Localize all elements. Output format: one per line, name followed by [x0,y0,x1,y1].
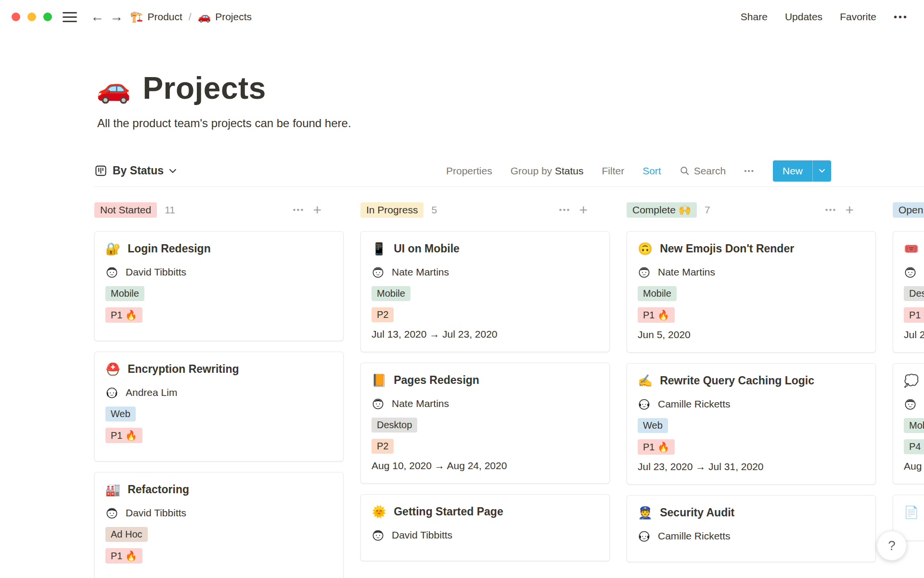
person-name: Nate Martins [392,398,449,409]
avatar [904,397,917,410]
card-rewrite-query-caching-logic[interactable]: ✍️Rewrite Query Caching Logic Camille Ri… [627,363,876,485]
card-title: New Emojis Don't Render [660,242,794,255]
zoom-window-button[interactable] [43,13,52,21]
page-subtitle[interactable]: All the product team's projects can be f… [97,117,924,130]
avatar [372,397,385,410]
status-badge[interactable]: Complete 🙌 [627,202,697,218]
kanban-board: Not Started 11 ••• + 🔐Login Redesign Dav… [94,201,924,578]
column-more-icon[interactable]: ••• [559,205,571,215]
column-complete: Complete 🙌 7 ••• + 🙃New Emojis Don't Ren… [627,201,876,578]
group-by-button[interactable]: Group by Status [511,165,584,177]
traffic-lights [12,13,52,21]
card-date: Jul 23, 2020 → Jul 31, 2020 [638,461,865,473]
card-title: Login Redesign [128,242,211,255]
card-getting-started-page[interactable]: 🌞Getting Started Page David Tibbitts [360,494,610,561]
card-encryption-rewriting[interactable]: ⛑️Encryption Rewriting Andrea Lim Web P1… [94,352,344,461]
minimize-window-button[interactable] [27,13,36,21]
new-button-chevron[interactable] [813,160,831,182]
person-name: Camille Ricketts [658,398,731,410]
card-title: Rewrite Query Caching Logic [660,374,814,387]
card-date: Aug 3 [904,460,924,472]
upside-down-face-emoji-icon: 🙃 [638,243,653,255]
topbar-actions: Share Updates Favorite ••• [741,11,908,23]
person-name: David Tibbitts [392,529,452,541]
favorite-button[interactable]: Favorite [840,11,876,23]
avatar [372,265,385,278]
card-clipped-1[interactable]: 🎟️P N Des P1 🔥 Jul 2 [893,231,924,353]
avatar [638,397,651,410]
new-button[interactable]: New [773,160,831,182]
helmet-emoji-icon: ⛑️ [105,363,120,375]
card-date: Jun 5, 2020 [638,329,865,341]
sort-button[interactable]: Sort [642,165,661,177]
priority-tag: P1 🔥 [638,307,675,323]
page-title[interactable]: Projects [142,70,266,106]
card-ui-on-mobile[interactable]: 📱UI on Mobile Nate Martins Mobile P2 Jul… [360,231,610,352]
card-title: Refactoring [128,483,189,496]
column-open: Open ••• + 🎟️P N Des P1 🔥 Jul 2 💭C S Mob… [893,201,924,578]
column-more-icon[interactable]: ••• [293,205,305,215]
card-pages-redesign[interactable]: 📙Pages Redesign Nate Martins Desktop P2 … [360,363,610,484]
more-options-icon[interactable]: ••• [894,12,908,23]
card-security-audit[interactable]: 👮Security Audit Camille Ricketts [627,495,876,562]
card-refactoring[interactable]: 🏭Refactoring David Tibbitts Ad Hoc P1 🔥 [94,472,344,578]
column-not-started: Not Started 11 ••• + 🔐Login Redesign Dav… [94,201,344,578]
share-button[interactable]: Share [741,11,768,23]
breadcrumb-item-projects[interactable]: 🚗 Projects [198,11,252,23]
column-more-icon[interactable]: ••• [825,205,837,215]
view-toolbar: By Status Properties Group by Status Fil… [94,165,924,187]
avatar [105,506,118,519]
page-emoji-icon[interactable]: 🚗 [96,74,131,102]
group-by-prefix: Group by [511,165,555,176]
column-add-icon[interactable]: + [845,203,854,217]
avatar [904,265,917,278]
view-switcher[interactable]: By Status [94,164,177,177]
window-titlebar: ← → 🏗️ Product / 🚗 Projects Share Update… [0,0,924,34]
status-badge[interactable]: Open [893,202,924,218]
person-name: Nate Martins [658,266,715,278]
card-date: Jul 2 [904,329,924,341]
search-button[interactable]: Search [680,165,726,177]
column-add-icon[interactable]: + [313,203,321,217]
status-badge[interactable]: Not Started [94,202,157,218]
platform-tag: Mob [904,418,924,433]
card-title: UI on Mobile [394,242,460,255]
page-header: 🚗 Projects [94,70,924,106]
kanban-board-icon [94,164,107,177]
card-title: Pages Redesign [394,374,479,387]
group-by-value: Status [555,165,584,176]
car-emoji-icon: 🚗 [198,11,211,23]
new-button-label[interactable]: New [773,160,812,182]
platform-tag: Mobile [105,286,144,301]
breadcrumb-item-product[interactable]: 🏗️ Product [130,11,182,23]
breadcrumb: 🏗️ Product / 🚗 Projects [130,11,252,23]
card-title: Encryption Rewriting [128,363,239,376]
properties-button[interactable]: Properties [446,165,492,177]
menu-icon[interactable] [63,12,77,22]
chevron-down-icon [169,169,177,173]
card-new-emojis-dont-render[interactable]: 🙃New Emojis Don't Render Nate Martins Mo… [627,231,876,353]
priority-tag: P2 [372,307,394,322]
factory-emoji-icon: 🏭 [105,484,120,496]
column-header: Not Started 11 ••• + [94,201,344,219]
priority-tag: P4 [904,439,924,454]
phone-emoji-icon: 📱 [372,243,386,255]
platform-tag: Web [638,418,668,433]
filter-button[interactable]: Filter [602,165,624,177]
back-arrow-icon[interactable]: ← [88,10,107,24]
close-window-button[interactable] [12,13,20,21]
card-clipped-2[interactable]: 💭C S Mob P4 Aug 3 [893,363,924,484]
person-name: Andrea Lim [126,387,177,398]
platform-tag: Mobile [638,286,677,301]
status-badge[interactable]: In Progress [360,202,424,218]
updates-button[interactable]: Updates [785,11,822,23]
card-login-redesign[interactable]: 🔐Login Redesign David Tibbitts Mobile P1… [94,231,344,341]
help-button[interactable]: ? [877,531,907,561]
breadcrumb-label: Product [147,11,182,23]
forward-arrow-icon[interactable]: → [107,10,126,24]
card-title: Security Audit [660,506,734,519]
book-emoji-icon: 📙 [372,374,386,386]
search-icon [680,166,690,176]
column-add-icon[interactable]: + [579,203,588,217]
toolbar-more-icon[interactable]: ••• [744,167,755,175]
